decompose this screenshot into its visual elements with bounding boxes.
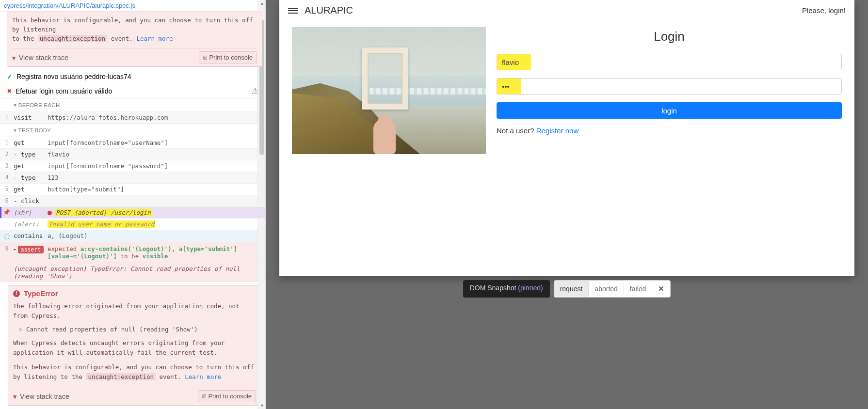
view-stack-trace[interactable]: ▶View stack trace <box>12 54 68 62</box>
dom-snapshot-label: DOM Snapshot (pinned) <box>463 280 550 298</box>
error-top-box: This behavior is configurable, and you c… <box>7 12 262 67</box>
snapshot-request-button[interactable]: request <box>554 281 589 297</box>
assert-pill: assert <box>18 246 44 253</box>
test-title: Efetuar login com usuário válido <box>16 87 112 95</box>
cmd-contains[interactable]: ◌ contains a, (Logout) <box>0 230 265 242</box>
chevron-right-icon: ▶ <box>13 395 18 399</box>
xhr-body: POST (aborted) /user/login <box>48 209 265 216</box>
error-detail: Cannot read properties of null (reading … <box>19 325 256 334</box>
terminal-icon: ⎚ <box>202 393 206 400</box>
snapshot-failed-button[interactable]: failed <box>624 281 652 297</box>
section-before-each[interactable]: BEFORE EACH <box>0 98 265 112</box>
app-title: ALURAPIC <box>305 5 353 16</box>
password-input[interactable] <box>497 78 842 94</box>
error-top-text: This behavior is configurable, and you c… <box>12 16 257 43</box>
scroll-up-icon[interactable]: ▲ <box>260 1 264 6</box>
cmd-visit[interactable]: 1 visit https://alura-fotos.herokuapp.co… <box>0 112 265 124</box>
error-typeerror-box: ! TypeError The following error originat… <box>8 285 261 406</box>
cmd-get-submit[interactable]: 5 get button[type="submit"] <box>0 184 265 195</box>
hand-icon <box>373 119 396 154</box>
cmd-type-username[interactable]: 2 type flavio <box>0 149 265 160</box>
aut-frame: ALURAPIC Please, login! Login <box>279 0 854 276</box>
target-icon: ◌ <box>0 232 14 240</box>
register-link[interactable]: Register now <box>536 126 579 135</box>
snapshot-close-button[interactable]: ✕ <box>652 281 670 297</box>
hero-image <box>292 27 486 154</box>
section-test-body[interactable]: TEST BODY <box>0 124 265 137</box>
register-row: Not a user? Register now <box>497 126 579 135</box>
cmd-assert[interactable]: 8 - assert expected a:cy-contains('(Logo… <box>0 242 265 263</box>
login-header: Login <box>654 29 685 44</box>
menu-icon[interactable] <box>288 8 298 14</box>
status-dot-icon <box>48 211 52 215</box>
chevron-right-icon: ▶ <box>12 56 17 60</box>
error-icon: ! <box>13 290 20 297</box>
learn-more-link[interactable]: Learn more <box>136 35 173 42</box>
app-navbar: ALURAPIC Please, login! <box>279 0 854 21</box>
login-link[interactable]: Please, login! <box>802 6 846 15</box>
dom-snapshot-bar: DOM Snapshot (pinned) request aborted fa… <box>266 280 868 298</box>
error-title: ! TypeError <box>13 289 256 298</box>
username-input[interactable] <box>497 54 842 70</box>
test-fail-login-valido[interactable]: Efetuar login com usuário válido ⚠ <box>0 83 265 98</box>
alert-message: Invalid user name or password <box>48 220 155 228</box>
uncaught-exception-code: uncaught:exception <box>38 35 107 42</box>
scroll-down-icon[interactable]: ▼ <box>260 403 264 408</box>
terminal-icon: ⎚ <box>203 54 207 61</box>
uncaught-exception-code: uncaught:exception <box>86 373 156 380</box>
picture-frame-icon <box>362 47 408 110</box>
cmd-get-username[interactable]: 1 get input[formcontrolname="userName"] <box>0 137 265 149</box>
login-form: Login login Not a user? Register now <box>497 27 842 270</box>
print-to-console-button[interactable]: ⎚ Print to console <box>198 390 256 402</box>
test-pass-registra[interactable]: Registra novo usuário peddro-lucas74 <box>0 70 265 83</box>
snapshot-aborted-button[interactable]: aborted <box>588 281 623 297</box>
learn-more-link[interactable]: Learn more <box>185 373 221 380</box>
cmd-click[interactable]: 6 click <box>0 195 265 207</box>
login-button[interactable]: login <box>497 102 842 119</box>
cmd-uncaught[interactable]: (uncaught exception) TypeError: Cannot r… <box>0 263 265 282</box>
view-stack-trace[interactable]: ▶View stack trace <box>13 393 69 400</box>
pin-icon: 📌 <box>3 209 10 216</box>
test-title: Registra novo usuário peddro-lucas74 <box>16 73 131 80</box>
spec-breadcrumb[interactable]: cypress/integration/ALURAPIC/alurapic.sp… <box>0 0 265 12</box>
cmd-alert[interactable]: (alert) Invalid user name or password <box>0 219 265 230</box>
cmd-get-password[interactable]: 3 get input[formcontrolname="password"] <box>0 160 265 172</box>
cmd-type-password[interactable]: 4 type 123 <box>0 172 265 184</box>
cmd-xhr[interactable]: 📌 (xhr) POST (aborted) /user/login <box>0 207 265 219</box>
snapshot-state-group: request aborted failed ✕ <box>554 280 671 298</box>
print-to-console-button[interactable]: ⎚ Print to console <box>199 51 257 63</box>
